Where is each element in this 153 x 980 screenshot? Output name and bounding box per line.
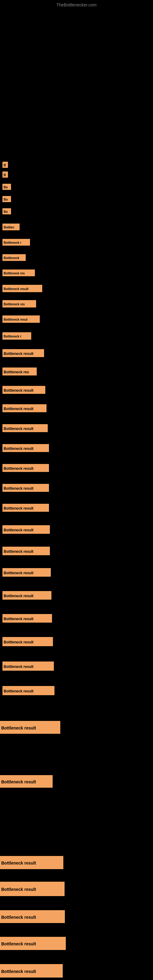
bottleneck-result-label: Bottleneck result <box>2 444 49 452</box>
bottleneck-result-label: Bottleneck result <box>2 424 48 432</box>
bottleneck-result-label: Bottlen <box>2 224 19 230</box>
bottleneck-result-label: B <box>2 172 8 178</box>
bottleneck-result-label: Bo <box>2 208 11 215</box>
bottleneck-result-label: Bottleneck result <box>2 614 52 623</box>
bottleneck-result-label: Bottleneck res <box>2 368 37 375</box>
bottleneck-result-label: Bottleneck result <box>0 964 63 978</box>
bottleneck-result-label: Bottleneck result <box>0 721 60 734</box>
bottleneck-result-label: Bottleneck result <box>2 484 49 492</box>
bottleneck-result-label: Bottleneck r <box>2 239 30 246</box>
bottleneck-result-label: Bottleneck result <box>2 637 53 646</box>
bottleneck-result-label: Bottleneck result <box>2 464 49 472</box>
bottleneck-result-label: Bottleneck result <box>2 662 54 671</box>
bottleneck-result-label: Bottleneck result <box>2 349 44 357</box>
bottleneck-result-label: Bottleneck result <box>2 525 50 534</box>
bottleneck-result-label: Bottleneck result <box>0 910 65 923</box>
bottleneck-result-label: Bottleneck r <box>2 332 31 340</box>
bottleneck-result-label: Bottleneck res <box>2 269 35 276</box>
bottleneck-result-label: Bottleneck result <box>0 775 53 788</box>
bottleneck-result-label: Bottleneck result <box>2 504 49 512</box>
bottleneck-result-label: Bottleneck res <box>2 300 36 307</box>
bottleneck-result-label: Bottleneck result <box>2 404 46 412</box>
bottleneck-result-label: Bo <box>2 196 11 202</box>
bottleneck-result-label: Bottleneck result <box>2 547 50 555</box>
bottleneck-result-label: Bottleneck result <box>2 591 51 600</box>
bottleneck-result-label: Bottleneck <box>2 254 26 261</box>
bottleneck-result-label: Bottleneck result <box>2 568 51 577</box>
bottleneck-result-label: B <box>2 162 8 168</box>
bottleneck-result-label: Bottleneck resul <box>2 315 40 323</box>
bottleneck-result-label: Bottleneck result <box>2 285 42 292</box>
bottleneck-result-label: Bo <box>2 184 11 190</box>
bottleneck-result-label: Bottleneck result <box>2 686 54 695</box>
bottleneck-result-label: Bottleneck result <box>2 386 45 394</box>
site-title: TheBottlenecker.com <box>56 2 97 7</box>
bottleneck-result-label: Bottleneck result <box>0 856 63 869</box>
bottleneck-result-label: Bottleneck result <box>0 882 65 896</box>
bottleneck-result-label: Bottleneck result <box>0 937 66 950</box>
